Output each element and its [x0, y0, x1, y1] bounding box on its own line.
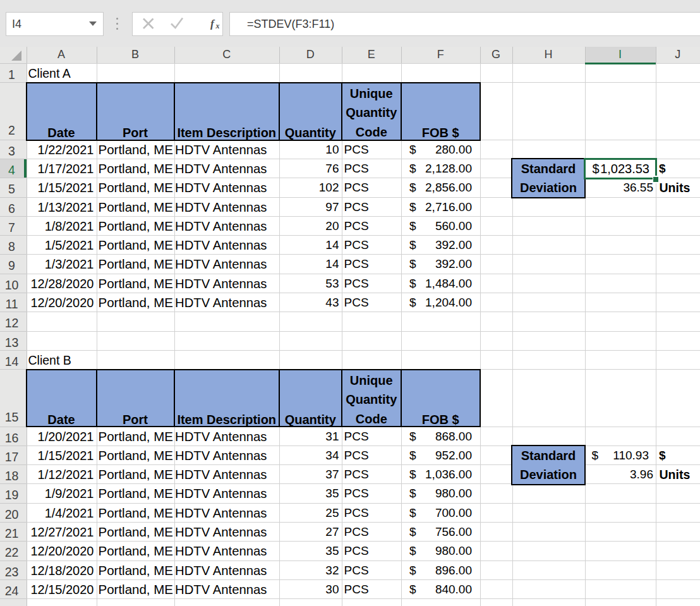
- svg-text:f: f: [210, 17, 215, 30]
- svg-text:x: x: [215, 21, 220, 30]
